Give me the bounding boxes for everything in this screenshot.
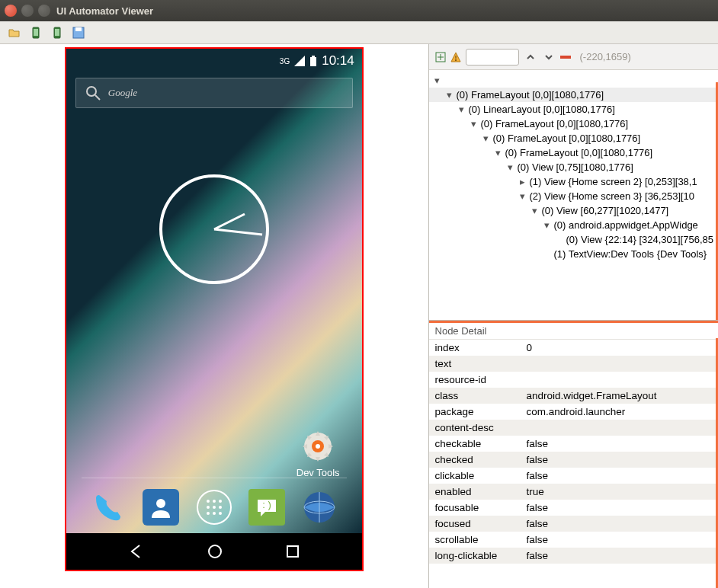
device-frame[interactable]: 3G 10:14 Google bbox=[65, 47, 364, 571]
svg-point-24 bbox=[207, 512, 210, 515]
detail-value: false bbox=[521, 500, 718, 516]
tree-node[interactable]: ▾(0) View [0,75][1080,1776] bbox=[429, 160, 718, 174]
google-search-widget[interactable]: Google bbox=[75, 78, 353, 108]
detail-key: focusable bbox=[429, 500, 521, 516]
detail-row[interactable]: text bbox=[429, 356, 718, 372]
battery-icon bbox=[309, 56, 317, 66]
detail-row[interactable]: content-desc bbox=[429, 420, 718, 436]
svg-point-21 bbox=[207, 506, 210, 509]
tree-node[interactable]: ▾(2) View {Home screen 3} [36,253][10 bbox=[429, 189, 718, 203]
device-screen: 3G 10:14 Google bbox=[66, 49, 362, 533]
tree-expander[interactable]: ▾ bbox=[482, 133, 490, 144]
svg-point-23 bbox=[219, 506, 222, 509]
folder-open-icon bbox=[8, 27, 21, 39]
tree-node[interactable]: ▾(0) View [60,277][1020,1477] bbox=[429, 203, 718, 218]
apps-icon bbox=[196, 489, 232, 526]
messaging-app-icon[interactable]: : ) bbox=[248, 489, 285, 526]
detail-row[interactable]: long-clickablefalse bbox=[429, 548, 718, 564]
detail-key: package bbox=[429, 404, 521, 420]
tree-node[interactable]: (0) View {22:14} [324,301][756,85 bbox=[429, 232, 718, 247]
detail-row[interactable]: clickablefalse bbox=[429, 468, 718, 484]
remove-icon[interactable] bbox=[560, 54, 571, 60]
tree-label: (1) View {Home screen 2} [0,253][38,1 bbox=[530, 176, 697, 187]
back-button[interactable] bbox=[128, 543, 145, 560]
app-drawer-button[interactable] bbox=[196, 489, 232, 526]
detail-key: class bbox=[429, 388, 521, 404]
inspector-pane: (-220,1659) ▾▾(0) FrameLayout [0,0][1080… bbox=[429, 44, 718, 588]
close-button[interactable] bbox=[5, 5, 17, 17]
detail-row[interactable]: focusedfalse bbox=[429, 516, 718, 532]
detail-row[interactable]: checkablefalse bbox=[429, 436, 718, 452]
clock-label: 10:14 bbox=[322, 53, 354, 69]
tree-expander[interactable]: ▸ bbox=[519, 176, 527, 187]
detail-value: true bbox=[521, 484, 718, 500]
tree-expander[interactable]: ▾ bbox=[446, 89, 454, 101]
tree-node[interactable]: ▸(1) View {Home screen 2} [0,253][38,1 bbox=[429, 174, 718, 189]
minimize-button[interactable] bbox=[21, 5, 34, 17]
tree-node[interactable]: ▾(0) FrameLayout [0,0][1080,1776] bbox=[429, 145, 718, 160]
tree-node[interactable]: (1) TextView:Dev Tools {Dev Tools} bbox=[429, 247, 718, 261]
phone-icon bbox=[91, 491, 125, 524]
browser-app-icon[interactable] bbox=[301, 489, 338, 526]
search-input[interactable] bbox=[466, 49, 519, 66]
detail-row[interactable]: checkedfalse bbox=[429, 452, 718, 468]
svg-point-19 bbox=[213, 500, 216, 503]
open-button[interactable] bbox=[6, 24, 23, 41]
expand-all-icon[interactable] bbox=[435, 52, 446, 62]
chevron-up-icon bbox=[526, 53, 535, 62]
network-label: 3G bbox=[280, 57, 290, 66]
tree-expander[interactable]: ▾ bbox=[507, 161, 514, 173]
svg-point-37 bbox=[455, 59, 457, 61]
window-title: UI Automator Viewer bbox=[56, 5, 153, 17]
analog-clock-widget[interactable] bbox=[157, 172, 271, 286]
node-detail-pane: Node Detail index0textresource-idclassan… bbox=[429, 323, 718, 588]
hierarchy-tree[interactable]: ▾▾(0) FrameLayout [0,0][1080,1776]▾(0) L… bbox=[429, 70, 718, 321]
android-navbar bbox=[66, 533, 362, 570]
detail-row[interactable]: classandroid.widget.FrameLayout bbox=[429, 388, 718, 404]
find-next-button[interactable] bbox=[542, 50, 556, 64]
device-screenshot-button[interactable] bbox=[27, 24, 44, 41]
detail-value: false bbox=[521, 548, 718, 564]
tree-expander[interactable]: ▾ bbox=[543, 219, 551, 231]
detail-key: focused bbox=[429, 516, 521, 532]
tree-node[interactable]: ▾ bbox=[429, 73, 718, 88]
tree-label: (2) View {Home screen 3} [36,253][10 bbox=[530, 190, 695, 202]
tree-expander[interactable]: ▾ bbox=[495, 147, 502, 158]
detail-row[interactable]: scrollablefalse bbox=[429, 532, 718, 548]
contacts-app-icon[interactable] bbox=[143, 489, 179, 526]
detail-row[interactable]: focusablefalse bbox=[429, 500, 718, 516]
recents-button[interactable] bbox=[285, 544, 300, 559]
devtools-app-icon[interactable]: Dev Tools bbox=[296, 428, 340, 478]
coordinates-label: (-220,1659) bbox=[580, 51, 631, 62]
detail-table: index0textresource-idclassandroid.widget… bbox=[429, 340, 718, 564]
detail-row[interactable]: resource-id bbox=[429, 372, 718, 388]
tree-label: (0) FrameLayout [0,0][1080,1776] bbox=[481, 118, 629, 129]
tree-node[interactable]: ▾(0) android.appwidget.AppWidge bbox=[429, 218, 718, 232]
warning-icon[interactable] bbox=[450, 52, 461, 62]
phone-app-icon[interactable] bbox=[90, 489, 127, 526]
tree-node[interactable]: ▾(0) LinearLayout [0,0][1080,1776] bbox=[429, 102, 718, 117]
detail-key: checkable bbox=[429, 436, 521, 452]
window-controls bbox=[5, 5, 50, 17]
detail-value bbox=[521, 356, 718, 372]
detail-key: content-desc bbox=[429, 420, 521, 436]
detail-key: text bbox=[429, 356, 521, 372]
detail-row[interactable]: packagecom.android.launcher bbox=[429, 404, 718, 420]
find-prev-button[interactable] bbox=[524, 50, 537, 64]
svg-rect-7 bbox=[312, 56, 315, 57]
tree-node[interactable]: ▾(0) FrameLayout [0,0][1080,1776] bbox=[429, 88, 718, 102]
device-screenshot-compressed-button[interactable] bbox=[49, 24, 66, 41]
tree-expander[interactable]: ▾ bbox=[434, 75, 441, 86]
tree-expander[interactable]: ▾ bbox=[470, 118, 478, 129]
home-button[interactable] bbox=[207, 543, 223, 560]
maximize-button[interactable] bbox=[38, 5, 50, 17]
tree-expander[interactable]: ▾ bbox=[531, 205, 539, 216]
save-button[interactable] bbox=[70, 24, 87, 41]
detail-row[interactable]: index0 bbox=[429, 340, 718, 356]
tree-expander[interactable]: ▾ bbox=[519, 190, 527, 202]
chevron-down-icon bbox=[544, 53, 553, 62]
tree-expander[interactable]: ▾ bbox=[458, 104, 466, 115]
detail-row[interactable]: enabledtrue bbox=[429, 484, 718, 500]
tree-node[interactable]: ▾(0) FrameLayout [0,0][1080,1776] bbox=[429, 117, 718, 131]
tree-node[interactable]: ▾(0) FrameLayout [0,0][1080,1776] bbox=[429, 131, 718, 145]
